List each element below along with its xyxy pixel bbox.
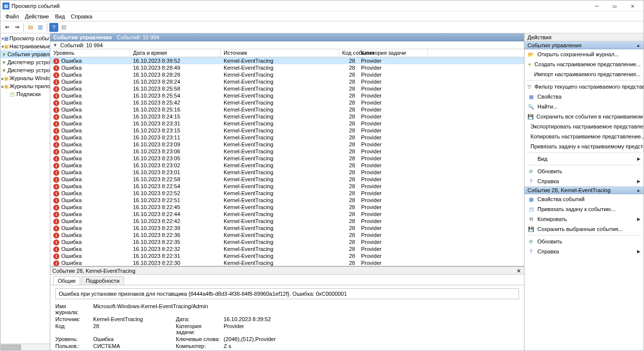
tree-label: События управления xyxy=(7,51,50,57)
tree-device-mgr2[interactable]: ▼Диспетчер устройств - xyxy=(0,66,50,74)
event-row[interactable]: !Ошибка16.10.2023 8:23:05Kernel-EventTra… xyxy=(50,155,524,162)
action-save-all-events[interactable]: 💾Сохранить все события в настраиваемом п… xyxy=(524,112,644,121)
tree-admin-events[interactable]: ▼События управления xyxy=(0,50,50,58)
event-row[interactable]: !Ошибка16.10.2023 8:22:35Kernel-EventTra… xyxy=(50,238,524,245)
event-row[interactable]: !Ошибка16.10.2023 8:25:16Kernel-EventTra… xyxy=(50,106,524,113)
tree-device-mgr1[interactable]: ▼Диспетчер устройств - xyxy=(0,58,50,66)
action-label: Обновить xyxy=(537,168,562,174)
action-label: Сохранить выбранные события... xyxy=(537,226,623,232)
event-row[interactable]: !Ошибка16.10.2023 8:39:52Kernel-EventTra… xyxy=(50,57,524,64)
close-button[interactable]: ✕ xyxy=(624,0,642,11)
action-create-custom-view[interactable]: ✶Создать настраиваемое представление... xyxy=(524,59,644,69)
action-help[interactable]: ?Справка▶ xyxy=(524,176,644,186)
event-row[interactable]: !Ошибка16.10.2023 8:23:02Kernel-EventTra… xyxy=(50,162,524,169)
detail-close-button[interactable]: ✕ xyxy=(515,267,522,274)
action-save-selected[interactable]: 💾Сохранить выбранные события... xyxy=(524,224,644,234)
event-row[interactable]: !Ошибка16.10.2023 8:22:36Kernel-EventTra… xyxy=(50,232,524,238)
action-refresh[interactable]: ⟳Обновить xyxy=(524,166,644,176)
event-row[interactable]: !Ошибка16.10.2023 8:23:15Kernel-EventTra… xyxy=(50,127,524,134)
error-icon: ! xyxy=(53,239,59,245)
event-list[interactable]: !Ошибка16.10.2023 8:39:52Kernel-EventTra… xyxy=(50,57,524,266)
event-row[interactable]: !Ошибка16.10.2023 8:23:01Kernel-EventTra… xyxy=(50,169,524,176)
tree-hscrollbar[interactable] xyxy=(0,344,50,351)
content-header: События управления Событий: 10 994 xyxy=(50,33,524,41)
action-copy[interactable]: ⧉Копировать▶ xyxy=(524,214,644,224)
nav-back-button[interactable]: ⇐ xyxy=(2,23,11,32)
k-taskcat: Категория задачи: xyxy=(176,323,221,335)
action-export-custom-view[interactable]: Экспортировать настраиваемое представлен… xyxy=(524,121,644,131)
event-row[interactable]: !Ошибка16.10.2023 8:25:54Kernel-EventTra… xyxy=(50,92,524,99)
action-attach-task-view[interactable]: Привязать задачу к настраиваемому предст… xyxy=(524,141,644,151)
toolbar-extra-button[interactable]: ▧ xyxy=(59,23,68,32)
app-icon: ▦ xyxy=(2,2,9,9)
event-row[interactable]: !Ошибка16.10.2023 8:25:58Kernel-EventTra… xyxy=(50,85,524,92)
col-date[interactable]: Дата и время xyxy=(130,49,221,57)
tab-details[interactable]: Подробности xyxy=(81,276,124,285)
action-copy-custom-view[interactable]: Копировать настраиваемое представление..… xyxy=(524,131,644,141)
action-attach-task-event[interactable]: ◳Привязать задачу к событию... xyxy=(524,204,644,214)
menu-help[interactable]: Справка xyxy=(68,12,95,20)
action-import-custom-view[interactable]: Импорт настраиваемого представления... xyxy=(524,69,644,79)
tree-root[interactable]: ▾▦Просмотр событий (Локаль xyxy=(0,34,50,42)
help-button[interactable]: ? xyxy=(49,23,58,32)
minimize-button[interactable]: — xyxy=(588,0,606,11)
action-open-saved-log[interactable]: 📂Открыть сохраненный журнал... xyxy=(524,49,644,59)
tree-windows-logs[interactable]: ▸▣Журналы Windows xyxy=(0,74,50,82)
event-row[interactable]: !Ошибка16.10.2023 8:23:31Kernel-EventTra… xyxy=(50,120,524,127)
action-help-event[interactable]: ?Справка▶ xyxy=(524,246,644,256)
event-row[interactable]: !Ошибка16.10.2023 8:23:06Kernel-EventTra… xyxy=(50,148,524,155)
tree-subscriptions[interactable]: ◳Подписки xyxy=(0,90,50,98)
tab-general[interactable]: Общие xyxy=(53,276,80,285)
event-row[interactable]: !Ошибка16.10.2023 8:23:09Kernel-EventTra… xyxy=(50,141,524,148)
event-row[interactable]: !Ошибка16.10.2023 8:22:45Kernel-EventTra… xyxy=(50,204,524,211)
event-row[interactable]: !Ошибка16.10.2023 8:22:39Kernel-EventTra… xyxy=(50,225,524,232)
col-code[interactable]: Код события xyxy=(339,49,358,57)
event-row[interactable]: !Ошибка16.10.2023 8:22:30Kernel-EventTra… xyxy=(50,259,524,266)
event-row[interactable]: !Ошибка16.10.2023 8:28:24Kernel-EventTra… xyxy=(50,78,524,85)
props-button[interactable]: ▥ xyxy=(36,23,45,32)
action-view-submenu[interactable]: Вид▶ xyxy=(524,154,644,164)
event-row[interactable]: !Ошибка16.10.2023 8:22:54Kernel-EventTra… xyxy=(50,183,524,190)
event-list-header[interactable]: Уровень Дата и время Источник Код событи… xyxy=(50,49,524,57)
col-level[interactable]: Уровень xyxy=(50,49,130,57)
maximize-button[interactable]: ▭ xyxy=(606,0,624,11)
event-row[interactable]: !Ошибка16.10.2023 8:22:58Kernel-EventTra… xyxy=(50,176,524,183)
collapse-icon[interactable]: ▲ xyxy=(636,188,641,193)
event-row[interactable]: !Ошибка16.10.2023 8:28:28Kernel-EventTra… xyxy=(50,71,524,78)
error-icon: ! xyxy=(53,86,59,92)
content-count: Событий: 10 994 xyxy=(117,34,159,40)
action-find[interactable]: 🔍Найти... xyxy=(524,102,644,112)
event-row[interactable]: !Ошибка16.10.2023 8:22:44Kernel-EventTra… xyxy=(50,211,524,218)
tree-app-logs[interactable]: ▸▣Журналы приложений и сл xyxy=(0,82,50,90)
navigation-tree[interactable]: ▾▦Просмотр событий (Локаль ▾▣Настраиваем… xyxy=(0,33,50,351)
help-icon: ? xyxy=(527,178,534,185)
event-row[interactable]: !Ошибка16.10.2023 8:28:49Kernel-EventTra… xyxy=(50,64,524,71)
menu-action[interactable]: Действие xyxy=(22,12,52,20)
action-label: Привязать задачу к настраиваемому предст… xyxy=(530,143,644,149)
action-event-properties[interactable]: ▦Свойства событий xyxy=(524,194,644,204)
col-source[interactable]: Источник xyxy=(221,49,339,57)
event-row[interactable]: !Ошибка16.10.2023 8:25:42Kernel-EventTra… xyxy=(50,99,524,106)
menu-file[interactable]: Файл xyxy=(2,12,22,20)
tree-custom-views[interactable]: ▾▣Настраиваемые представ xyxy=(0,42,50,50)
event-row[interactable]: !Ошибка16.10.2023 8:22:52Kernel-EventTra… xyxy=(50,190,524,197)
error-icon: ! xyxy=(53,93,59,99)
show-tree-button[interactable]: ▤ xyxy=(26,23,35,32)
menu-view[interactable]: Вид xyxy=(52,12,68,20)
event-row[interactable]: !Ошибка16.10.2023 8:22:31Kernel-EventTra… xyxy=(50,252,524,259)
event-row[interactable]: !Ошибка16.10.2023 8:22:51Kernel-EventTra… xyxy=(50,197,524,204)
event-row[interactable]: !Ошибка16.10.2023 8:22:32Kernel-EventTra… xyxy=(50,245,524,252)
tree-label: Просмотр событий (Локаль xyxy=(9,35,50,41)
event-row[interactable]: !Ошибка16.10.2023 8:22:42Kernel-EventTra… xyxy=(50,218,524,225)
action-properties[interactable]: ▦Свойства xyxy=(524,92,644,102)
action-refresh-event[interactable]: ⟳Обновить xyxy=(524,236,644,246)
view-icon: ▼ xyxy=(1,59,6,66)
event-row[interactable]: !Ошибка16.10.2023 8:23:11Kernel-EventTra… xyxy=(50,134,524,141)
nav-fwd-button[interactable]: ⇒ xyxy=(12,23,21,32)
collapse-icon[interactable]: ▲ xyxy=(636,43,641,48)
error-icon: ! xyxy=(53,170,59,176)
action-filter-current[interactable]: ▽Фильтр текущего настраиваемого представ… xyxy=(524,82,644,92)
event-row[interactable]: !Ошибка16.10.2023 8:24:15Kernel-EventTra… xyxy=(50,113,524,120)
v-code: 28 xyxy=(93,323,173,335)
col-category[interactable]: Категория задачи xyxy=(358,49,428,57)
